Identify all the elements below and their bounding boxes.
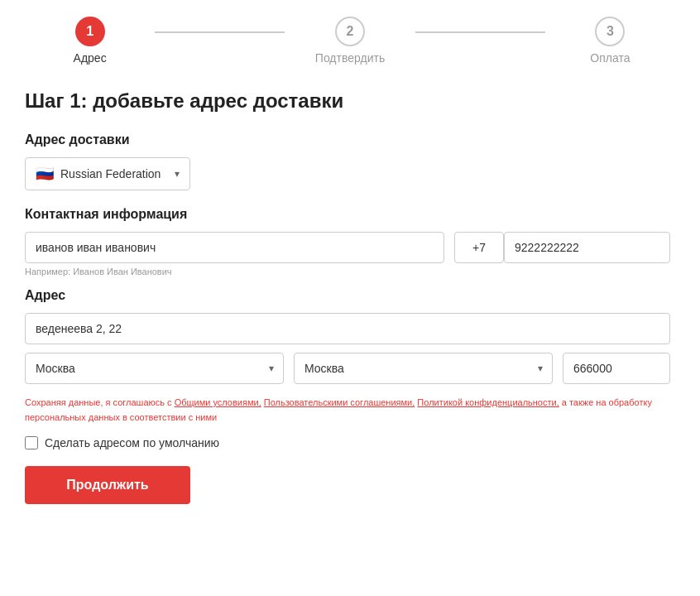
default-address-row: Сделать адресом по умолчанию	[25, 436, 670, 449]
step-1-number: 1	[86, 24, 93, 39]
legal-link-1[interactable]: Общими условиями,	[175, 397, 261, 407]
step-line-1	[155, 31, 285, 33]
country-name: Russian Federation	[60, 167, 168, 180]
legal-link-3[interactable]: Политикой конфиденциальности,	[417, 397, 559, 407]
address-section: Адрес Москва Москва	[25, 288, 670, 384]
contact-row	[25, 232, 670, 263]
legal-link-2[interactable]: Пользовательскими соглашениями,	[264, 397, 415, 407]
step-1-item: 1 Адрес	[25, 17, 155, 65]
delivery-address-title: Адрес доставки	[25, 132, 670, 147]
step-2-circle: 2	[335, 17, 365, 46]
legal-text: Сохраняя данные, я соглашаюсь с Общими у…	[25, 396, 654, 425]
name-hint: Например: Иванов Иван Иванович	[25, 267, 670, 276]
chevron-down-icon: ▾	[175, 168, 180, 180]
street-input[interactable]	[25, 313, 670, 344]
step-3-item: 3 Оплата	[545, 17, 675, 65]
page-title: Шаг 1: добавьте адрес доставки	[25, 89, 675, 113]
phone-number-input[interactable]	[504, 232, 670, 263]
step-2-label: Подтвердить	[315, 51, 385, 65]
default-address-checkbox[interactable]	[25, 436, 38, 449]
step-3-label: Оплата	[590, 51, 630, 65]
form-section: Адрес доставки 🇷🇺 Russian Federation ▾ К…	[25, 132, 670, 504]
country-flag: 🇷🇺	[36, 165, 54, 183]
phone-prefix-input[interactable]	[454, 232, 504, 263]
step-3-number: 3	[607, 24, 614, 39]
city1-wrapper: Москва	[25, 353, 284, 384]
address-section-title: Адрес	[25, 288, 670, 303]
step-2-number: 2	[347, 24, 354, 39]
address-row: Москва Москва	[25, 353, 670, 384]
city1-select[interactable]: Москва	[25, 353, 284, 384]
country-selector[interactable]: 🇷🇺 Russian Federation ▾	[25, 157, 190, 190]
step-1-circle: 1	[75, 17, 105, 46]
stepper: 1 Адрес 2 Подтвердить 3 Оплата	[25, 17, 675, 65]
city2-select[interactable]: Москва	[294, 353, 553, 384]
full-name-input[interactable]	[25, 232, 444, 263]
contact-info-title: Контактная информация	[25, 207, 670, 222]
legal-text-before: Сохраняя данные, я соглашаюсь с	[25, 397, 175, 407]
default-address-label: Сделать адресом по умолчанию	[45, 436, 219, 449]
zip-input[interactable]	[563, 353, 670, 384]
step-line-2	[415, 31, 545, 33]
step-2-item: 2 Подтвердить	[285, 17, 415, 65]
city2-wrapper: Москва	[294, 353, 553, 384]
continue-button[interactable]: Продолжить	[25, 466, 190, 504]
step-3-circle: 3	[595, 17, 625, 46]
phone-group	[454, 232, 670, 263]
step-1-label: Адрес	[74, 51, 107, 65]
